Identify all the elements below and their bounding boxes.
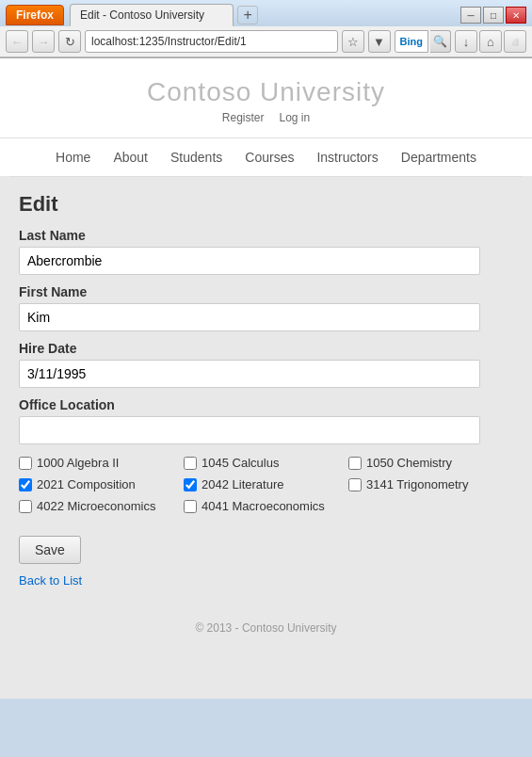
nav-courses[interactable]: Courses <box>234 146 305 169</box>
course-1050: 1050 Chemistry <box>348 456 513 470</box>
extensions-icon[interactable]: ◽ <box>504 30 526 53</box>
courses-grid: 1000 Algebra II 1045 Calculus 1050 Chemi… <box>19 456 513 513</box>
course-1000: 1000 Algebra II <box>19 456 184 470</box>
tab-title: Edit - Contoso University <box>80 8 204 22</box>
course-4041-label: 4041 Macroeconomics <box>202 499 325 513</box>
last-name-input[interactable] <box>19 247 480 275</box>
new-tab-button[interactable]: + <box>237 6 258 24</box>
course-4041-checkbox[interactable] <box>184 500 197 513</box>
search-button[interactable]: 🔍 <box>430 30 451 53</box>
bing-logo: Bing <box>395 30 428 53</box>
refresh-button[interactable]: ↻ <box>58 30 81 53</box>
firefox-menu-button[interactable]: Firefox <box>6 5 64 25</box>
course-1045-label: 1045 Calculus <box>202 456 279 470</box>
course-3141: 3141 Trigonometry <box>348 477 513 491</box>
course-2021: 2021 Composition <box>19 477 184 491</box>
hire-date-input[interactable] <box>19 360 480 388</box>
course-1045: 1045 Calculus <box>184 456 348 470</box>
site-title: Contoso University <box>0 77 532 107</box>
course-4022-label: 4022 Microeconomics <box>37 499 155 513</box>
forward-button[interactable]: → <box>32 30 55 53</box>
download-icon[interactable]: ↓ <box>455 30 477 53</box>
bookmark-check-button[interactable]: ▼ <box>368 30 391 53</box>
nav-about[interactable]: About <box>102 146 159 169</box>
office-location-group: Office Location <box>19 397 513 444</box>
course-4022: 4022 Microeconomics <box>19 499 184 513</box>
hire-date-group: Hire Date <box>19 341 513 388</box>
main-nav: Home About Students Courses Instructors … <box>0 137 532 176</box>
footer-text: © 2013 - Contoso University <box>195 621 336 635</box>
course-1050-label: 1050 Chemistry <box>366 456 452 470</box>
office-input[interactable] <box>19 416 480 444</box>
back-to-list-link[interactable]: Back to List <box>19 573 513 588</box>
first-name-group: First Name <box>19 284 513 331</box>
active-tab[interactable]: Edit - Contoso University <box>70 4 234 26</box>
home-icon[interactable]: ⌂ <box>479 30 502 53</box>
auth-links: Register Log in <box>0 111 532 124</box>
course-2021-checkbox[interactable] <box>19 478 32 491</box>
nav-instructors[interactable]: Instructors <box>305 146 389 169</box>
course-4041: 4041 Macroeconomics <box>184 499 348 513</box>
last-name-label: Last Name <box>19 228 513 243</box>
close-button[interactable]: ✕ <box>506 7 526 24</box>
office-label: Office Location <box>19 397 513 412</box>
course-1000-label: 1000 Algebra II <box>37 456 119 470</box>
address-bar[interactable] <box>85 30 338 53</box>
last-name-group: Last Name <box>19 228 513 275</box>
course-1045-checkbox[interactable] <box>184 457 197 470</box>
course-1050-checkbox[interactable] <box>348 457 362 470</box>
hire-date-label: Hire Date <box>19 341 513 356</box>
nav-students[interactable]: Students <box>159 146 234 169</box>
course-3141-label: 3141 Trigonometry <box>366 477 468 491</box>
page-heading: Edit <box>19 192 513 217</box>
nav-departments[interactable]: Departments <box>390 146 488 169</box>
footer: © 2013 - Contoso University <box>0 606 532 650</box>
course-2042-checkbox[interactable] <box>184 478 197 491</box>
course-3141-checkbox[interactable] <box>348 478 362 491</box>
nav-home[interactable]: Home <box>44 146 102 169</box>
back-button[interactable]: ← <box>6 30 28 53</box>
course-4022-checkbox[interactable] <box>19 500 32 513</box>
course-2042: 2042 Literature <box>184 477 348 491</box>
login-link[interactable]: Log in <box>280 111 311 124</box>
course-2042-label: 2042 Literature <box>202 477 283 491</box>
first-name-input[interactable] <box>19 303 480 331</box>
bookmark-button[interactable]: ☆ <box>342 30 364 53</box>
register-link[interactable]: Register <box>222 111 265 124</box>
save-button[interactable]: Save <box>19 536 81 564</box>
first-name-label: First Name <box>19 284 513 299</box>
course-1000-checkbox[interactable] <box>19 457 32 470</box>
restore-button[interactable]: □ <box>483 7 504 24</box>
minimize-button[interactable]: ─ <box>460 7 481 24</box>
course-2021-label: 2021 Composition <box>37 477 136 491</box>
